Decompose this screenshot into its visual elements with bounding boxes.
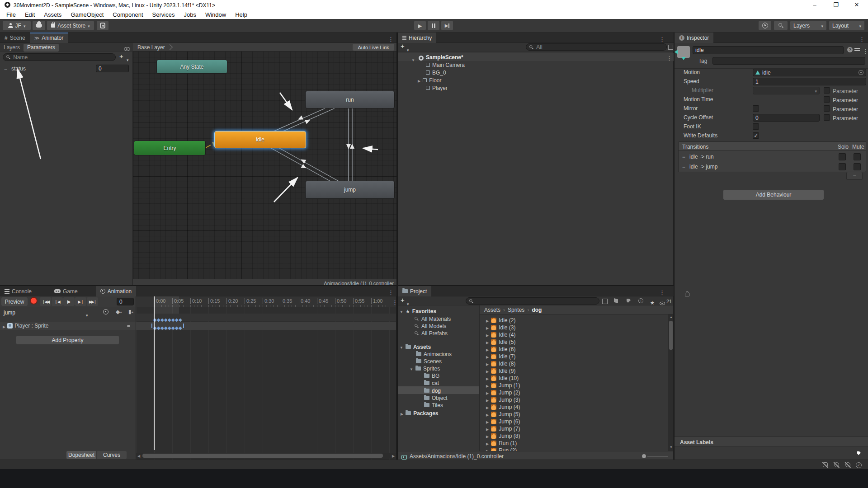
tree-favorites[interactable]: Favorites (400, 307, 436, 315)
scroll-down-icon[interactable]: ▼ (670, 446, 673, 449)
layout-dropdown[interactable]: Layout (829, 21, 864, 30)
menu-assets[interactable]: Assets (39, 11, 66, 18)
file-row[interactable]: Idle (8) (486, 360, 516, 367)
file-row[interactable]: Jump (3) (486, 396, 520, 404)
settings-button[interactable] (97, 21, 108, 30)
expander-icon[interactable] (486, 404, 489, 410)
add-keyframe-icon[interactable]: ◆+ (116, 309, 122, 314)
state-node-run[interactable]: run (305, 91, 395, 108)
prev-key-button[interactable]: ❘◀ (52, 297, 63, 306)
next-key-button[interactable]: ▶❘ (75, 297, 86, 306)
file-row[interactable]: Idle (9) (486, 367, 516, 375)
multiplier-parameter-checkbox[interactable] (824, 87, 830, 94)
state-node-entry[interactable]: Entry (134, 141, 206, 155)
solo-checkbox[interactable] (839, 163, 846, 170)
file-row[interactable]: Idle (6) (486, 345, 516, 353)
breadcrumb-assets[interactable]: Assets (484, 307, 500, 313)
auto-refresh-disabled-icon[interactable] (844, 461, 851, 468)
breadcrumb-sprites[interactable]: Sprites (508, 307, 524, 313)
state-node-any-state[interactable]: Any State (156, 60, 227, 74)
speed-field[interactable] (753, 78, 866, 85)
expander-icon[interactable] (400, 344, 403, 350)
tag-field[interactable] (712, 57, 865, 65)
eye-icon[interactable] (124, 47, 130, 51)
zoom-slider-track[interactable] (647, 456, 668, 457)
tree-all-materials[interactable]: All Materials (414, 315, 451, 323)
tree-assets[interactable]: Assets (400, 343, 431, 351)
motion-time-parameter-checkbox[interactable] (824, 96, 830, 103)
curves-button[interactable]: Curves (97, 451, 127, 459)
tab-console[interactable]: Console (0, 286, 36, 296)
cycle-offset-parameter-checkbox[interactable] (824, 114, 830, 121)
panel-menu-icon[interactable] (388, 288, 394, 296)
object-picker-icon[interactable] (859, 70, 863, 75)
frame-field[interactable] (117, 298, 134, 305)
restore-button[interactable]: ❐ (832, 1, 840, 9)
create-object-button[interactable] (401, 42, 405, 50)
playhead[interactable] (154, 296, 155, 450)
asset-store-button[interactable]: Asset Store (47, 21, 94, 30)
vertical-scrollbar[interactable]: ▲ ▼ (668, 314, 674, 451)
tree-object[interactable]: Object (424, 394, 448, 402)
file-row[interactable]: Jump (6) (486, 418, 520, 425)
hidden-count-icon[interactable] (660, 302, 665, 305)
parameter-search[interactable] (3, 53, 116, 61)
undo-history-button[interactable] (759, 21, 771, 30)
file-row[interactable]: Idle (5) (486, 338, 516, 346)
menu-services[interactable]: Services (148, 11, 179, 18)
keyframe[interactable] (164, 323, 168, 331)
tree-bg[interactable]: BG (424, 372, 439, 380)
hierarchy-row-main-camera[interactable]: Main Camera (426, 61, 465, 69)
lock-icon[interactable] (685, 293, 689, 296)
keyframe[interactable] (160, 323, 164, 331)
file-row[interactable]: Idle (3) (486, 324, 516, 331)
tree-packages[interactable]: Packages (401, 409, 439, 417)
expander-icon[interactable] (486, 418, 489, 425)
mute-checkbox[interactable] (854, 153, 861, 160)
hierarchy-row-player[interactable]: Player (426, 84, 448, 92)
menu-help[interactable]: Help (231, 11, 252, 18)
hierarchy-search-input[interactable] (535, 43, 664, 51)
cycle-offset-field[interactable] (753, 114, 820, 122)
scroll-up-icon[interactable]: ▲ (670, 315, 673, 319)
hierarchy-search[interactable] (526, 43, 667, 51)
play-animation-button[interactable]: ▶ (63, 297, 75, 306)
panel-menu-icon[interactable] (659, 288, 665, 296)
state-node-idle-selected[interactable]: idle (214, 131, 306, 148)
add-parameter-button[interactable] (119, 52, 123, 61)
dopesheet-button[interactable]: Dopesheet (66, 451, 96, 459)
panel-menu-icon[interactable] (859, 35, 865, 43)
state-node-jump[interactable]: jump (305, 181, 395, 199)
ruler-menu-icon[interactable] (392, 298, 396, 306)
parameter-row-status[interactable]: = status (0, 63, 133, 74)
add-behaviour-button[interactable]: Add Behaviour (723, 190, 824, 200)
expander-icon[interactable] (486, 426, 489, 432)
file-row[interactable]: Run (2) (486, 446, 517, 451)
tab-game[interactable]: Game (50, 286, 82, 296)
asset-labels-header[interactable]: Asset Labels (675, 436, 868, 446)
pause-button[interactable] (428, 21, 439, 30)
file-row[interactable]: Idle (2) (486, 316, 516, 324)
minimize-button[interactable]: – (811, 1, 819, 9)
tab-hierarchy[interactable]: Hierarchy (398, 33, 436, 43)
keyframe[interactable] (171, 323, 175, 331)
menu-file[interactable]: File (2, 11, 20, 18)
file-row[interactable]: Jump (8) (486, 432, 520, 440)
dopesheet-timeline[interactable]: 0:00 0:05 0:10 0:15 0:20 0:25 0:30 0:35 … (136, 296, 396, 460)
property-row-player-sprite[interactable]: Player : Sprite (0, 322, 136, 330)
mirror-parameter-checkbox[interactable] (824, 105, 830, 112)
file-row[interactable]: Jump (1) (486, 381, 520, 389)
horizontal-scrollbar[interactable]: ◀ ▶ (136, 453, 396, 459)
play-button[interactable] (414, 21, 426, 30)
hierarchy-row-scene[interactable]: SampleScene* (398, 53, 674, 61)
expander-icon[interactable] (418, 77, 420, 84)
hierarchy-row-bg0[interactable]: BG_0 (426, 69, 446, 76)
cloud-button[interactable] (33, 21, 45, 30)
close-button[interactable]: ✕ (853, 1, 861, 9)
tree-dog-selected[interactable]: dog (424, 387, 441, 394)
tree-all-models[interactable]: All Models (414, 322, 446, 330)
open-search-icon[interactable] (602, 299, 608, 304)
expander-icon[interactable] (486, 346, 489, 352)
zoom-slider-handle[interactable] (642, 454, 646, 458)
menu-edit[interactable]: Edit (20, 11, 39, 18)
